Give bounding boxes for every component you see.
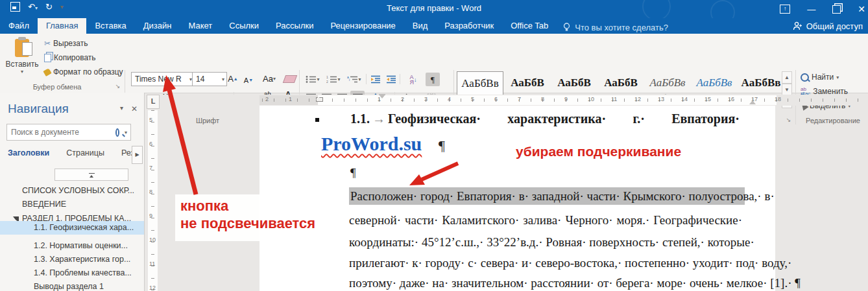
ruler-number: 6: [494, 96, 498, 102]
ruler-number: 5: [149, 117, 152, 123]
restore-icon[interactable]: [832, 5, 841, 14]
document-line-selected[interactable]: Расположен· город· Евпатория· в· западно…: [349, 187, 745, 205]
nav-collapse-button[interactable]: [54, 169, 128, 181]
tab-review[interactable]: Рецензирование: [322, 18, 404, 34]
nav-search-box[interactable]: ▾: [6, 124, 131, 141]
font-name-combo[interactable]: Times New R▾: [131, 72, 195, 86]
tab-character: →: [370, 111, 388, 126]
navigation-title: Навигация: [8, 102, 69, 116]
shrink-font-button[interactable]: А▼: [241, 73, 256, 87]
decrease-indent-icon: [370, 75, 381, 84]
copy-button[interactable]: Копировать: [44, 53, 96, 62]
cut-button[interactable]: ✂Вырезать: [44, 39, 88, 48]
numbering-button[interactable]: 12▾: [324, 73, 343, 86]
styles-dialog-launcher[interactable]: ↘: [784, 116, 793, 124]
nav-tabs-overflow-button[interactable]: ▶: [132, 146, 143, 164]
nav-tab-pages[interactable]: Страницы: [66, 148, 104, 157]
tab-design[interactable]: Дизайн: [135, 18, 180, 34]
bullets-button[interactable]: ▾: [304, 73, 322, 86]
clear-formatting-button[interactable]: [283, 72, 297, 86]
first-line-indent-marker[interactable]: [379, 95, 385, 102]
document-line[interactable]: прилегают· к· городу· с· севера· и· севе…: [349, 255, 742, 271]
nav-item-1-4[interactable]: 1.4. Проблемы качества...: [0, 266, 144, 280]
show-formatting-button[interactable]: ¶: [426, 73, 440, 86]
ruler-number: 8: [149, 189, 152, 195]
collapse-icon: [89, 173, 95, 177]
nav-item-1-1[interactable]: 1.1. Геофизическая хара...: [0, 221, 144, 235]
clipboard-dialog-launcher[interactable]: ↘: [114, 82, 122, 91]
find-button[interactable]: Найти▾: [801, 73, 839, 82]
minimize-icon[interactable]: —: [807, 5, 815, 14]
tab-insert[interactable]: Вставка: [86, 18, 134, 34]
document-heading[interactable]: 1.1.→Геофизическая· характеристика· г.· …: [350, 111, 740, 126]
nav-tab-headings[interactable]: Заголовки: [8, 148, 49, 157]
empty-paragraph-mark: ¶: [350, 166, 356, 180]
annotation-button-not-highlighted: кнопка не подсвечивается: [175, 194, 317, 241]
title-bar: ↶▾ ↻ ▾ Текст для правки - Word ↑ — ✕: [0, 0, 868, 18]
svg-text:1: 1: [326, 75, 328, 79]
grow-font-button[interactable]: А▲: [226, 72, 240, 86]
nav-options-icon[interactable]: ▾: [120, 104, 123, 113]
ruler-number: 7: [149, 165, 152, 171]
decrease-indent-button[interactable]: [368, 73, 383, 86]
tab-mailings[interactable]: Рассылки: [267, 18, 322, 34]
multilevel-list-icon: ai: [347, 75, 358, 84]
ribbon-tab-row: Файл Главная Вставка Дизайн Макет Ссылки…: [0, 18, 868, 34]
nav-item-1-2[interactable]: 1.2. Нормативы оценки...: [0, 239, 144, 253]
horizontal-ruler[interactable]: 2 1 123456789101112131415161718: [160, 95, 868, 106]
right-indent-marker[interactable]: [749, 97, 756, 104]
tab-file[interactable]: Файл: [0, 18, 38, 34]
format-painter-button[interactable]: Формат по образцу: [44, 67, 123, 76]
search-options-icon[interactable]: ▾: [125, 130, 127, 135]
ruler-number: 10: [149, 237, 156, 243]
search-input[interactable]: [7, 128, 115, 137]
navigation-pane: Навигация ▾ ✕ ▾ Заголовки Страницы Рез ▶…: [0, 93, 145, 291]
tab-view[interactable]: Вид: [404, 18, 437, 34]
svg-text:i: i: [349, 78, 350, 82]
nav-close-icon[interactable]: ✕: [131, 104, 138, 113]
pilcrow-mark: ¶: [439, 137, 445, 154]
search-icon[interactable]: [115, 128, 119, 137]
left-indent-marker[interactable]: [316, 97, 323, 102]
proword-logo-text[interactable]: ProWord.su: [321, 133, 422, 155]
nav-item-conclusions[interactable]: Выводы раздела 1: [0, 280, 144, 291]
ribbon: Вставить ▾ ✂Вырезать Копировать Формат п…: [0, 34, 868, 93]
ruler-number: 6: [149, 141, 152, 147]
paste-icon: [15, 39, 29, 57]
styles-scroll-up[interactable]: ▲: [782, 71, 792, 84]
increase-indent-button[interactable]: [384, 73, 398, 86]
tell-me-box[interactable]: Что вы хотите сделать?: [557, 18, 675, 34]
ruler-number: 10: [588, 96, 594, 102]
tab-references[interactable]: Ссылки: [221, 18, 267, 34]
tab-stop-selector[interactable]: L: [147, 95, 160, 109]
document-line[interactable]: координаты:· 45°12’с.ш.,· 33°22’в.д.· Ро…: [349, 234, 742, 250]
bullet-list-icon: [306, 75, 317, 84]
search-icon: [801, 73, 809, 82]
format-painter-icon: [43, 68, 51, 76]
tab-developer[interactable]: Разработчик: [436, 18, 502, 34]
sort-button[interactable]: АЯ↓: [404, 73, 423, 86]
font-size-combo[interactable]: 14▾: [192, 72, 227, 86]
document-line[interactable]: северной· части· Каламитского· залива· Ч…: [349, 212, 742, 228]
ribbon-display-options-icon[interactable]: ↑: [780, 5, 790, 14]
nav-item-1-3[interactable]: 1.3. Характеристика гор...: [0, 253, 144, 266]
lightbulb-icon: [563, 23, 570, 32]
document-line[interactable]: поэтому· даже· на· значительном· расстоя…: [349, 275, 742, 291]
chevron-down-icon: ▾: [222, 76, 224, 82]
nav-item-abbreviations[interactable]: СПИСОК УСЛОВНЫХ СОКР...: [0, 184, 144, 198]
window-controls: ↑ — ✕: [780, 0, 865, 18]
tab-office-tab[interactable]: Office Tab: [502, 18, 557, 34]
ruler-number: 4: [448, 96, 451, 102]
tab-home[interactable]: Главная: [38, 18, 86, 34]
paste-button[interactable]: Вставить ▾: [5, 38, 39, 75]
share-button[interactable]: Общий доступ: [793, 19, 863, 32]
tab-layout[interactable]: Макет: [180, 18, 221, 34]
close-icon[interactable]: ✕: [858, 4, 865, 14]
ruler-number: 12: [634, 96, 641, 102]
multilevel-list-button[interactable]: ai▾: [345, 73, 363, 86]
ruler-number: 15: [705, 96, 711, 102]
change-case-button[interactable]: Aa▾: [259, 72, 279, 86]
nav-item-introduction[interactable]: ВВЕДЕНИЕ: [0, 198, 144, 211]
vertical-ruler[interactable]: 56789101112: [148, 110, 158, 291]
eraser-icon: [283, 75, 297, 83]
